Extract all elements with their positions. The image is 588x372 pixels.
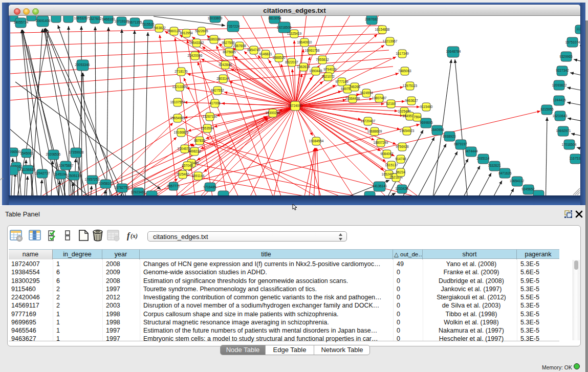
svg-text:12942737: 12942737 <box>35 171 50 175</box>
svg-text:2718176: 2718176 <box>175 70 188 73</box>
svg-text:62160: 62160 <box>386 102 396 105</box>
svg-text:17359928: 17359928 <box>69 150 84 154</box>
svg-text:9660124: 9660124 <box>167 29 181 33</box>
svg-text:9716485: 9716485 <box>203 185 216 189</box>
svg-text:1621072: 1621072 <box>321 75 335 78</box>
svg-text:746266: 746266 <box>349 85 360 89</box>
svg-text:16782759: 16782759 <box>115 186 129 189</box>
svg-text:12213369: 12213369 <box>172 85 187 89</box>
svg-text:18807249: 18807249 <box>374 141 388 144</box>
svg-text:16107554: 16107554 <box>170 100 185 104</box>
svg-text:12923468: 12923468 <box>131 190 146 194</box>
svg-text:6879197: 6879197 <box>454 142 467 146</box>
svg-text:8454749: 8454749 <box>247 48 260 52</box>
svg-text:10654112: 10654112 <box>510 179 525 183</box>
svg-text:16961758: 16961758 <box>305 49 320 52</box>
svg-text:22420046: 22420046 <box>188 54 203 57</box>
svg-text:1553594: 1553594 <box>201 126 214 130</box>
svg-text:7564: 7564 <box>413 115 421 119</box>
svg-text:19654923: 19654923 <box>400 129 415 133</box>
svg-text:9777169: 9777169 <box>335 80 349 83</box>
svg-text:8813054: 8813054 <box>268 16 281 20</box>
svg-text:3624554: 3624554 <box>360 91 373 95</box>
svg-text:5322605: 5322605 <box>195 29 208 33</box>
svg-text:12093822: 12093822 <box>552 83 567 87</box>
svg-text:(x): (x) <box>130 232 138 239</box>
svg-text:1615137: 1615137 <box>385 163 398 167</box>
svg-text:19692971: 19692971 <box>556 129 571 133</box>
svg-text:1167533: 1167533 <box>570 157 580 160</box>
svg-text:12505135: 12505135 <box>67 174 81 178</box>
svg-text:8186328: 8186328 <box>207 37 221 41</box>
svg-text:16671355: 16671355 <box>127 20 142 24</box>
svg-text:9794028: 9794028 <box>323 68 337 71</box>
svg-text:417006: 417006 <box>209 101 221 105</box>
svg-text:7955812: 7955812 <box>316 58 329 61</box>
svg-text:6466160: 6466160 <box>102 17 115 21</box>
svg-text:1233426: 1233426 <box>395 187 408 190</box>
svg-text:1691144: 1691144 <box>192 174 205 178</box>
svg-text:867835: 867835 <box>194 139 205 142</box>
svg-text:1545061: 1545061 <box>20 151 33 155</box>
svg-text:1588520: 1588520 <box>272 56 286 59</box>
svg-text:11156839: 11156839 <box>21 168 35 171</box>
svg-text:7357224: 7357224 <box>227 25 240 28</box>
svg-text:10958107: 10958107 <box>99 182 114 185</box>
svg-text:157049: 157049 <box>182 164 193 167</box>
svg-text:1640954: 1640954 <box>431 128 444 132</box>
svg-text:9115460: 9115460 <box>420 105 433 108</box>
svg-text:7485063: 7485063 <box>398 69 411 73</box>
svg-text:17016504: 17016504 <box>562 143 577 146</box>
svg-text:10648784: 10648784 <box>446 50 461 53</box>
svg-text:9498222: 9498222 <box>188 149 201 153</box>
svg-text:96234: 96234 <box>396 170 405 174</box>
svg-text:19218506: 19218506 <box>277 26 292 29</box>
svg-text:2803144: 2803144 <box>216 77 230 80</box>
svg-text:8322037: 8322037 <box>285 60 298 64</box>
svg-text:7625402: 7625402 <box>176 172 189 176</box>
svg-text:2087682: 2087682 <box>365 17 378 21</box>
svg-text:9084067: 9084067 <box>380 152 394 156</box>
svg-text:14136141: 14136141 <box>373 184 387 188</box>
svg-text:8675685: 8675685 <box>223 50 236 54</box>
svg-text:7663822: 7663822 <box>153 26 166 30</box>
svg-text:7632621: 7632621 <box>488 164 501 167</box>
svg-text:9699695: 9699695 <box>420 121 433 124</box>
svg-text:9245652: 9245652 <box>521 187 535 191</box>
svg-text:8938923: 8938923 <box>443 135 456 138</box>
svg-text:13267130: 13267130 <box>203 115 217 118</box>
svg-text:18640910: 18640910 <box>297 40 312 44</box>
svg-text:19166825: 19166825 <box>174 130 189 134</box>
svg-text:10688609: 10688609 <box>367 129 382 133</box>
svg-text:8912954: 8912954 <box>180 31 193 35</box>
svg-text:9242848: 9242848 <box>219 63 232 67</box>
svg-text:914746: 914746 <box>395 157 406 161</box>
svg-text:9756928: 9756928 <box>396 145 409 148</box>
svg-text:19384554: 19384554 <box>309 139 324 143</box>
svg-text:9463627: 9463627 <box>405 99 418 102</box>
svg-text:10543382: 10543382 <box>189 41 204 45</box>
svg-text:7515526: 7515526 <box>141 23 155 26</box>
svg-text:26266500: 26266500 <box>10 150 21 154</box>
svg-text:14055724: 14055724 <box>14 20 29 24</box>
svg-text:17857253: 17857253 <box>85 178 100 181</box>
svg-text:1617349: 1617349 <box>396 52 409 55</box>
svg-text:20206536: 20206536 <box>46 152 61 156</box>
svg-text:16154838: 16154838 <box>375 28 390 31</box>
svg-text:1362615: 1362615 <box>297 65 310 69</box>
svg-text:10975887: 10975887 <box>59 164 74 167</box>
svg-text:9227342: 9227342 <box>556 69 569 72</box>
svg-text:15720407: 15720407 <box>361 119 376 123</box>
svg-text:20364436: 20364436 <box>345 97 360 100</box>
svg-text:12213967: 12213967 <box>383 39 398 43</box>
svg-text:18300295: 18300295 <box>266 111 280 115</box>
svg-text:16210643: 16210643 <box>553 114 568 118</box>
svg-text:1112: 1112 <box>576 27 580 31</box>
svg-text:10807487: 10807487 <box>372 96 387 100</box>
svg-text:1990448: 1990448 <box>309 69 322 73</box>
svg-text:19654985: 19654985 <box>170 116 185 120</box>
svg-text:18724007: 18724007 <box>288 104 303 107</box>
svg-text:9329965: 9329965 <box>559 55 573 58</box>
svg-text:9474444: 9474444 <box>465 149 478 153</box>
svg-text:9657771: 9657771 <box>167 184 180 188</box>
